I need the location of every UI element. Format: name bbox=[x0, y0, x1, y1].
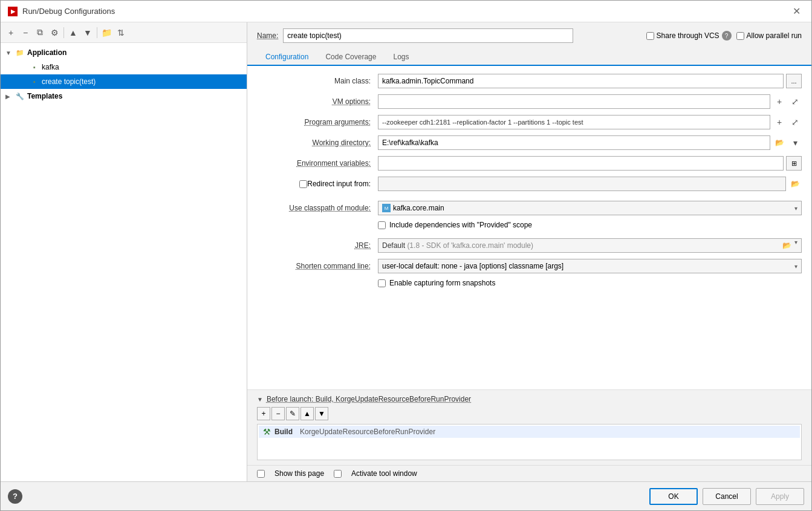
before-launch-section: ▼ Before launch: Build, KorgeUpdateResou… bbox=[247, 389, 811, 465]
create-topic-label: create topic(test) bbox=[42, 77, 96, 86]
tree-toolbar: + − ⧉ ⚙ ▲ ▼ 📁 ⇅ bbox=[1, 22, 247, 43]
bl-add-button[interactable]: + bbox=[257, 407, 270, 420]
bl-up-button[interactable]: ▲ bbox=[300, 407, 314, 420]
templates-arrow: ▶ bbox=[5, 93, 15, 100]
tab-configuration[interactable]: Configuration bbox=[257, 49, 317, 66]
main-class-browse-button[interactable]: ... bbox=[786, 74, 802, 88]
redirect-folder-button[interactable]: 📂 bbox=[788, 177, 802, 190]
env-vars-input[interactable] bbox=[378, 156, 784, 171]
jre-hint-text: (1.8 - SDK of 'kafka.core.main' module) bbox=[407, 241, 533, 250]
separator-1 bbox=[63, 27, 64, 38]
jre-row: JRE: Default (1.8 - SDK of 'kafka.core.m… bbox=[257, 238, 802, 253]
name-input[interactable] bbox=[283, 28, 573, 43]
vm-expand2-button[interactable]: ⤢ bbox=[788, 95, 802, 108]
module-icon: M bbox=[382, 204, 391, 212]
sort-button[interactable]: ⇅ bbox=[114, 26, 128, 39]
jre-folder-button[interactable]: 📂 bbox=[780, 239, 793, 252]
args-expand-button[interactable]: + bbox=[773, 116, 786, 129]
program-args-field: + ⤢ bbox=[378, 115, 802, 129]
before-launch-toolbar: + − ✎ ▲ ▼ bbox=[257, 407, 802, 420]
redirect-checkbox[interactable] bbox=[299, 180, 307, 188]
korge-label: KorgeUpdateResourceBeforeRunProvider bbox=[300, 428, 435, 436]
shorten-row: Shorten command line: user-local default… bbox=[257, 258, 802, 274]
footer-buttons: OK Cancel Apply bbox=[649, 488, 804, 505]
app-icon: ▶ bbox=[8, 7, 18, 16]
title-bar-left: ▶ Run/Debug Configurations bbox=[8, 7, 115, 16]
include-deps-label[interactable]: Include dependencies with "Provided" sco… bbox=[389, 221, 532, 229]
bl-down-button[interactable]: ▼ bbox=[315, 407, 328, 420]
before-launch-label: Before launch: Build, KorgeUpdateResourc… bbox=[267, 395, 471, 403]
tab-logs[interactable]: Logs bbox=[385, 49, 417, 66]
bl-item-build[interactable]: ⚒ Build KorgeUpdateResourceBeforeRunProv… bbox=[259, 426, 800, 438]
working-dir-label: Working directory: bbox=[257, 138, 378, 147]
jre-default-text: Default bbox=[382, 241, 405, 250]
move-up-button[interactable]: ▲ bbox=[67, 26, 80, 39]
help-icon-vcs[interactable]: ? bbox=[722, 31, 732, 41]
working-dir-dropdown-button[interactable]: ▾ bbox=[788, 136, 802, 149]
copy-config-button[interactable]: ⧉ bbox=[33, 26, 47, 39]
kafka-config-icon: ▪ bbox=[30, 62, 39, 72]
help-button[interactable]: ? bbox=[8, 489, 22, 504]
application-label: Application bbox=[27, 48, 67, 57]
main-class-input[interactable] bbox=[378, 74, 784, 88]
shorten-label: Shorten command line: bbox=[257, 262, 378, 270]
bl-edit-button[interactable]: ✎ bbox=[286, 407, 299, 420]
classpath-value: kafka.core.main bbox=[393, 204, 444, 212]
working-dir-row: Working directory: 📂 ▾ bbox=[257, 135, 802, 151]
env-vars-field: ⊞ bbox=[378, 156, 802, 171]
apply-button[interactable]: Apply bbox=[756, 488, 804, 505]
remove-config-button[interactable]: − bbox=[19, 26, 32, 39]
classpath-row: Use classpath of module: M kafka.core.ma… bbox=[257, 200, 802, 216]
cancel-button[interactable]: Cancel bbox=[703, 488, 751, 505]
name-row: Name: Share through VCS ? Allow parallel… bbox=[247, 22, 811, 49]
shorten-dropdown[interactable]: user-local default: none - java [options… bbox=[378, 259, 802, 273]
bottom-options: Show this page Activate tool window bbox=[247, 465, 811, 481]
vm-expand-button[interactable]: + bbox=[773, 95, 786, 108]
bl-remove-button[interactable]: − bbox=[271, 407, 285, 420]
config-content: Main class: ... VM options: + ⤢ bbox=[247, 66, 811, 389]
parallel-run-checkbox[interactable] bbox=[736, 32, 744, 40]
separator-2 bbox=[97, 27, 97, 38]
ok-button[interactable]: OK bbox=[649, 488, 698, 505]
enable-snapshots-checkbox[interactable] bbox=[378, 279, 386, 287]
folder-button[interactable]: 📁 bbox=[100, 26, 113, 39]
working-dir-folder-button[interactable]: 📂 bbox=[773, 136, 786, 149]
tree-item-templates[interactable]: ▶ 🔧 Templates bbox=[1, 89, 247, 103]
program-args-row: Program arguments: + ⤢ bbox=[257, 114, 802, 130]
move-down-button[interactable]: ▼ bbox=[81, 26, 94, 39]
tree-item-kafka[interactable]: ▪ kafka bbox=[1, 60, 247, 74]
tree-item-create-topic[interactable]: ▪ create topic(test) bbox=[1, 74, 247, 89]
vm-options-input[interactable] bbox=[378, 94, 770, 109]
enable-snapshots-label[interactable]: Enable capturing form snapshots bbox=[389, 279, 495, 287]
shorten-value: user-local default: none - java [options… bbox=[382, 262, 564, 270]
config-icon: ▪ bbox=[30, 77, 39, 86]
env-vars-browse-button[interactable]: ⊞ bbox=[786, 156, 802, 171]
close-button[interactable]: ✕ bbox=[789, 4, 804, 18]
before-launch-header[interactable]: ▼ Before launch: Build, KorgeUpdateResou… bbox=[257, 395, 802, 403]
working-dir-input[interactable] bbox=[378, 135, 770, 150]
activate-window-label[interactable]: Activate tool window bbox=[351, 469, 417, 478]
title-bar: ▶ Run/Debug Configurations ✕ bbox=[1, 1, 811, 22]
add-config-button[interactable]: + bbox=[4, 26, 18, 39]
program-args-input[interactable] bbox=[378, 115, 770, 129]
show-page-label[interactable]: Show this page bbox=[274, 469, 324, 478]
tabs-bar: Configuration Code Coverage Logs bbox=[247, 49, 811, 66]
tab-code-coverage[interactable]: Code Coverage bbox=[317, 49, 385, 66]
parallel-run-label[interactable]: Allow parallel run bbox=[747, 31, 802, 40]
wrench-icon: 🔧 bbox=[15, 91, 25, 101]
classpath-dropdown[interactable]: M kafka.core.main ▾ bbox=[378, 201, 802, 215]
shorten-arrow: ▾ bbox=[794, 263, 797, 270]
tree-item-application[interactable]: ▼ 📁 Application bbox=[1, 45, 247, 60]
working-dir-field: 📂 ▾ bbox=[378, 135, 802, 150]
show-page-checkbox[interactable] bbox=[257, 470, 265, 478]
share-vcs-checkbox[interactable] bbox=[646, 32, 654, 40]
redirect-input[interactable] bbox=[378, 177, 786, 191]
include-deps-checkbox[interactable] bbox=[378, 221, 386, 229]
share-vcs-label[interactable]: Share through VCS bbox=[657, 31, 719, 40]
args-expand2-button[interactable]: ⤢ bbox=[788, 116, 802, 129]
jre-dropdown[interactable]: Default (1.8 - SDK of 'kafka.core.main' … bbox=[378, 238, 802, 253]
settings-button[interactable]: ⚙ bbox=[48, 26, 61, 39]
before-launch-list: ⚒ Build KorgeUpdateResourceBeforeRunProv… bbox=[257, 424, 802, 460]
redirect-label[interactable]: Redirect input from: bbox=[307, 180, 371, 188]
activate-window-checkbox[interactable] bbox=[334, 470, 342, 478]
